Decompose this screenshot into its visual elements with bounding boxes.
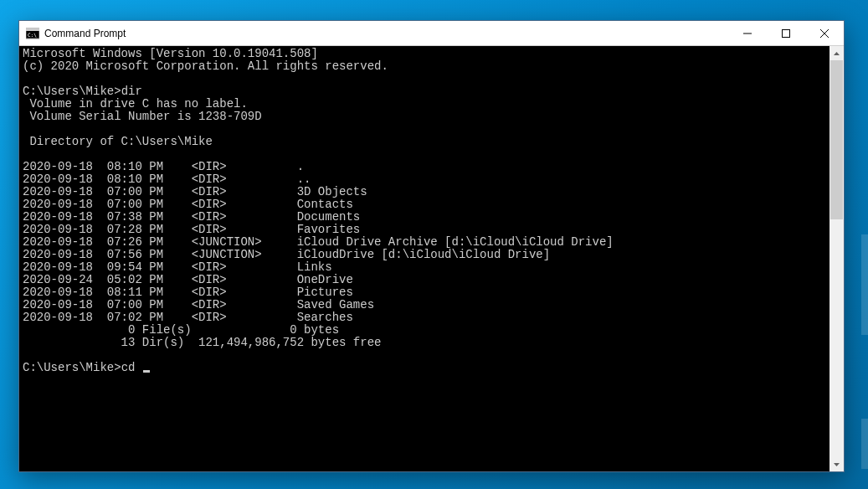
scroll-down-arrow[interactable] xyxy=(829,457,844,471)
svg-rect-4 xyxy=(783,29,790,37)
directory-listing: 2020-09-18 08:10 PM <DIR> . 2020-09-18 0… xyxy=(23,160,614,324)
prompt-command: dir xyxy=(121,85,142,98)
scroll-thumb[interactable] xyxy=(830,60,843,219)
volume-info: Volume Serial Number is 1238-709D xyxy=(23,110,262,123)
window-controls xyxy=(728,21,844,45)
scroll-up-arrow[interactable] xyxy=(829,46,844,60)
banner-line: Microsoft Windows [Version 10.0.19041.50… xyxy=(23,47,318,60)
window-title: Command Prompt xyxy=(44,28,728,39)
banner-line: (c) 2020 Microsoft Corporation. All righ… xyxy=(23,59,388,73)
maximize-button[interactable] xyxy=(767,21,805,45)
volume-info: Volume in drive C has no label. xyxy=(23,97,248,111)
terminal-body: Microsoft Windows [Version 10.0.19041.50… xyxy=(19,46,844,471)
terminal-output[interactable]: Microsoft Windows [Version 10.0.19041.50… xyxy=(19,46,829,471)
minimize-button[interactable] xyxy=(728,21,767,45)
command-prompt-window: C:\ Command Prompt Microsoft Windows [Ve… xyxy=(18,20,845,472)
svg-marker-7 xyxy=(834,52,840,55)
svg-marker-8 xyxy=(834,463,840,466)
svg-text:C:\: C:\ xyxy=(28,32,37,38)
prompt-path: C:\Users\Mike> xyxy=(23,361,121,374)
titlebar[interactable]: C:\ Command Prompt xyxy=(19,21,844,46)
directory-of: Directory of C:\Users\Mike xyxy=(23,135,213,148)
cmd-icon: C:\ xyxy=(26,27,39,40)
prompt-path: C:\Users\Mike> xyxy=(23,85,121,98)
svg-rect-1 xyxy=(26,28,39,31)
summary-files: 0 File(s) 0 bytes xyxy=(23,323,339,337)
prompt-command: cd xyxy=(121,361,142,374)
close-button[interactable] xyxy=(805,21,844,45)
summary-dirs: 13 Dir(s) 121,494,986,752 bytes free xyxy=(23,336,381,349)
scroll-track[interactable] xyxy=(829,60,844,457)
cursor xyxy=(143,370,150,373)
vertical-scrollbar[interactable] xyxy=(829,46,844,471)
